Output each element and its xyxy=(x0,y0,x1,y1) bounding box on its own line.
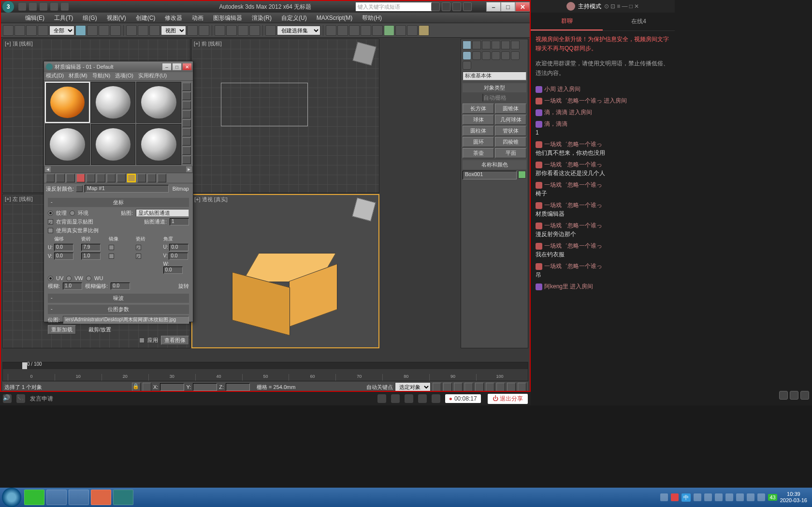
taskbar-app-ppt[interactable] xyxy=(91,490,111,505)
box-3d-object[interactable] xyxy=(236,253,333,326)
fov-icon[interactable] xyxy=(518,383,526,391)
host-avatar-icon[interactable] xyxy=(566,2,575,11)
u-tile-checkbox[interactable] xyxy=(136,245,141,250)
taskbar-app-explorer[interactable] xyxy=(46,490,67,505)
zoom-all-icon[interactable] xyxy=(496,383,505,391)
help-icon[interactable] xyxy=(463,2,472,11)
speaker-icon[interactable]: 🔊 xyxy=(3,394,12,403)
viewport-front[interactable]: [+] 前 [线框] xyxy=(191,39,379,193)
menu-render[interactable]: 渲染(R) xyxy=(247,13,276,23)
blur-spinner[interactable]: 1.0 xyxy=(63,283,82,290)
chat-messages[interactable]: 小周 进入房间一场戏゛忽略一个谁っ 进入房间滴，滴滴 进入房间滴，滴滴1一场戏゛… xyxy=(531,80,675,405)
material-slot-2[interactable] xyxy=(91,82,136,123)
geosphere-button[interactable]: 几何球体 xyxy=(495,115,526,125)
align-icon[interactable] xyxy=(337,25,348,36)
name-color-header[interactable]: 名称和颜色 xyxy=(463,160,526,169)
put-to-scene-icon[interactable] xyxy=(56,174,65,182)
viewcube-icon[interactable] xyxy=(353,42,377,66)
percent-snap-icon[interactable] xyxy=(238,25,248,36)
select-icon[interactable] xyxy=(75,25,86,36)
lock-icon[interactable]: 🔒 xyxy=(132,383,141,391)
chat-username[interactable]: 一场戏゛忽略一个谁っ xyxy=(536,201,670,209)
put-to-lib-icon[interactable] xyxy=(107,174,116,182)
make-preview-icon[interactable] xyxy=(182,128,191,136)
tray-sogou-icon[interactable] xyxy=(671,493,679,501)
window-crossing-icon[interactable] xyxy=(110,25,121,36)
apply-checkbox[interactable] xyxy=(139,338,145,343)
chat-username[interactable]: 滴，滴滴 进入房间 xyxy=(536,108,670,117)
select-region-icon[interactable] xyxy=(99,25,109,36)
noise-rollout[interactable]: 噪波 xyxy=(48,294,189,303)
systems-icon[interactable] xyxy=(463,61,471,70)
zoom-extents-icon[interactable] xyxy=(507,383,516,391)
chat-username[interactable]: 一场戏゛忽略一个谁っ xyxy=(536,160,670,169)
material-editor-icon[interactable] xyxy=(384,25,394,36)
object-color-swatch[interactable] xyxy=(518,171,526,179)
tray-ime[interactable]: 中 xyxy=(682,493,691,502)
pivot-icon[interactable] xyxy=(187,25,198,36)
material-slot-1[interactable] xyxy=(45,82,90,123)
menu-edit[interactable]: 编辑(E) xyxy=(20,13,49,23)
mat-close-button[interactable]: ✕ xyxy=(182,63,192,71)
v-mirror-checkbox[interactable] xyxy=(109,254,114,259)
tube-button[interactable]: 管状体 xyxy=(495,126,526,136)
rotate-icon[interactable] xyxy=(138,25,148,36)
bitmap-path-button[interactable]: iers\Administrator\Desktop\周木留网课\木纹贴图.jp… xyxy=(63,316,189,324)
tab-group-chat[interactable]: 群聊 xyxy=(531,13,603,30)
rotate-button[interactable]: 旋转 xyxy=(178,283,189,290)
selection-filter[interactable]: 全部 xyxy=(49,26,74,35)
utilities-tab-icon[interactable] xyxy=(511,41,520,49)
view-image-button[interactable]: 查看图像 xyxy=(161,336,189,345)
emoji-icon[interactable] xyxy=(779,391,788,400)
helpers-icon[interactable] xyxy=(501,51,510,60)
modify-tab-icon[interactable] xyxy=(472,41,481,49)
material-slot-3[interactable] xyxy=(136,82,181,123)
u-angle-spinner[interactable]: 0.0 xyxy=(169,244,188,251)
z-input[interactable] xyxy=(226,383,250,391)
background-icon[interactable] xyxy=(182,101,191,109)
chat-username[interactable]: 一场戏゛忽略一个谁っ xyxy=(536,241,670,250)
wu-radio[interactable] xyxy=(86,276,91,281)
teapot-button[interactable]: 茶壶 xyxy=(463,148,494,158)
mat-minimize-button[interactable]: – xyxy=(162,63,172,71)
chat-username[interactable]: 一场戏゛忽略一个谁っ xyxy=(536,262,670,270)
pick-icon[interactable] xyxy=(76,185,83,192)
plane-button[interactable]: 平面 xyxy=(495,148,526,158)
menu-tools[interactable]: 工具(T) xyxy=(49,13,78,23)
material-editor-window[interactable]: 材质编辑器 - 01 - Default – □ ✕ 模式(D) 材质(M) 导… xyxy=(44,61,193,322)
ref-coord-dropdown[interactable]: 视图 xyxy=(161,26,186,35)
material-slot-4[interactable] xyxy=(45,124,90,165)
v-tile-checkbox[interactable] xyxy=(136,254,141,259)
sphere-button[interactable]: 球体 xyxy=(463,115,494,125)
scroll-right-icon[interactable]: ► xyxy=(186,166,192,172)
menu-create[interactable]: 创建(C) xyxy=(131,13,160,23)
prev-frame-icon[interactable] xyxy=(443,383,452,391)
chat-username[interactable]: 一场戏゛忽略一个谁っ xyxy=(536,180,670,189)
make-copy-icon[interactable] xyxy=(87,174,95,182)
reload-button[interactable]: 重新加载 xyxy=(48,325,76,334)
menu-modifiers[interactable]: 修改器 xyxy=(160,13,187,23)
tray-tool-icon[interactable] xyxy=(725,493,733,501)
map-channel-spinner[interactable]: 1 xyxy=(170,218,189,225)
next-frame-icon[interactable] xyxy=(464,383,473,391)
real-world-checkbox[interactable] xyxy=(48,228,53,233)
menu-help[interactable]: 帮助(H) xyxy=(357,13,387,23)
qat-save-icon[interactable] xyxy=(40,3,47,11)
maximize-button[interactable]: □ xyxy=(501,2,515,12)
select-name-icon[interactable] xyxy=(87,25,98,36)
y-input[interactable] xyxy=(193,383,217,391)
show-back-checkbox[interactable] xyxy=(48,219,53,224)
image-icon[interactable] xyxy=(790,391,798,400)
u-tile-spinner[interactable]: 7.9 xyxy=(81,244,101,251)
spacewarps-icon[interactable] xyxy=(511,51,520,60)
w-angle-spinner[interactable]: 0.0 xyxy=(163,267,183,274)
coord-display-icon[interactable] xyxy=(143,383,151,391)
render-icon[interactable] xyxy=(419,25,429,36)
torus-button[interactable]: 圆环 xyxy=(463,137,494,147)
cylinder-button[interactable]: 圆柱体 xyxy=(463,126,494,136)
settings-icon[interactable] xyxy=(800,391,809,400)
spinner-snap-icon[interactable] xyxy=(249,25,260,36)
mat-id-icon[interactable] xyxy=(182,156,191,164)
taskbar-app-3dsmax[interactable] xyxy=(113,490,133,505)
pyramid-button[interactable]: 四棱锥 xyxy=(495,137,526,147)
